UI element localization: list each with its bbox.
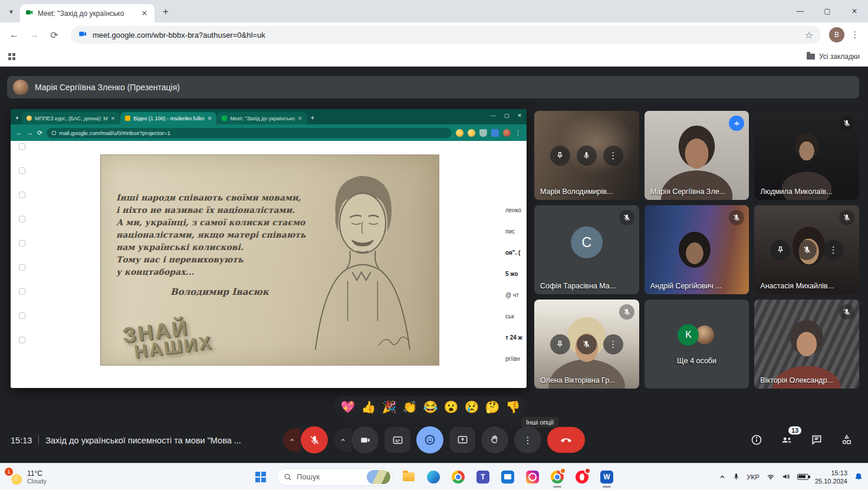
keyboard-language[interactable]: УКР: [747, 473, 760, 481]
word-icon[interactable]: W: [597, 466, 616, 488]
battery-icon[interactable]: [797, 474, 808, 480]
slide-quote: Інші народи співають своїми мовами, і ні…: [116, 192, 305, 299]
people-panel-button[interactable]: 13: [780, 433, 794, 447]
tab-title: Meet: "Захід до українсько: [38, 9, 136, 18]
volume-icon[interactable]: [782, 473, 791, 481]
chrome-active-icon[interactable]: [548, 466, 567, 488]
gmail-checkbox[interactable]: [19, 216, 25, 222]
url-text: meet.google.com/wbr-bbbx-bra?authuser=0&…: [93, 31, 800, 40]
instagram-icon[interactable]: [523, 466, 542, 488]
participant-tile[interactable]: Вікторія Олександр...: [754, 300, 859, 389]
participant-tile-active-speaker[interactable]: Марія Сергіївна Зле...: [645, 111, 749, 200]
pin-button[interactable]: [550, 334, 570, 354]
weather-widget[interactable]: 1 11°C Cloudy: [6, 469, 47, 485]
captions-button[interactable]: [384, 427, 410, 453]
camera-control: [334, 426, 379, 453]
participant-tile[interactable]: Андрій Сергійович ...: [645, 205, 749, 294]
shared-tab-title: Відео (1 100) - msdenko.fulkn: [133, 116, 204, 121]
text-fragment: ргіївн: [505, 356, 525, 362]
wifi-icon[interactable]: [766, 473, 775, 481]
raise-hand-button[interactable]: [481, 426, 508, 453]
mail-icon[interactable]: [498, 466, 517, 488]
chat-panel-button[interactable]: [810, 433, 824, 447]
mic-in-use-icon[interactable]: [732, 473, 740, 481]
edge-icon[interactable]: [424, 466, 443, 488]
chrome-icon[interactable]: [449, 466, 468, 488]
reaction-thumbsdown-button[interactable]: 👎: [505, 399, 521, 415]
participant-tile[interactable]: C Софія Тарасівна Ма...: [534, 205, 639, 294]
address-bar[interactable]: meet.google.com/wbr-bbbx-bra?authuser=0&…: [71, 26, 821, 44]
text-fragment: т 24 ж: [505, 334, 525, 341]
forward-button[interactable]: →: [26, 27, 42, 43]
pin-button[interactable]: [550, 146, 570, 166]
activities-button[interactable]: [840, 433, 854, 447]
meeting-details-button[interactable]: [749, 433, 764, 447]
camera-toggle-button[interactable]: [351, 426, 379, 453]
maximize-button[interactable]: ▢: [814, 0, 841, 22]
new-tab-button[interactable]: +: [158, 4, 173, 19]
camera-options-chevron[interactable]: [334, 428, 351, 452]
weather-condition: Cloudy: [27, 478, 47, 485]
participant-tile[interactable]: ⋮ Олена Вікторівна Гр...: [534, 300, 639, 389]
mic-button[interactable]: [577, 146, 597, 166]
more-options-button[interactable]: ⋮: [514, 426, 541, 453]
notification-bell-icon[interactable]: [854, 472, 863, 482]
gmail-checkbox[interactable]: [19, 313, 25, 319]
reaction-laugh-button[interactable]: 😂: [423, 399, 438, 415]
teams-icon[interactable]: T: [474, 466, 492, 488]
quote-line: і ніхто не називає їх націоналістами.: [116, 204, 305, 216]
gmail-checkbox[interactable]: [19, 143, 25, 150]
tray-clock[interactable]: 15:13 25.10.2024: [815, 468, 847, 485]
reaction-surprise-button[interactable]: 😮: [443, 399, 459, 415]
tab-close-button[interactable]: ✕: [140, 9, 149, 18]
tile-options-button[interactable]: ⋮: [823, 240, 843, 260]
mic-off-button[interactable]: [577, 334, 597, 354]
text-fragment: @ чт: [505, 292, 525, 298]
reaction-thumbsup-button[interactable]: 👍: [361, 399, 376, 415]
reaction-thinking-button[interactable]: 🤔: [485, 399, 500, 415]
gmail-checkbox[interactable]: [19, 264, 25, 271]
reload-button[interactable]: ⟳: [46, 27, 63, 43]
mic-off-button[interactable]: [797, 240, 817, 260]
minimize-button[interactable]: —: [787, 0, 814, 22]
apps-grid-icon[interactable]: [8, 53, 15, 60]
mic-options-chevron[interactable]: [283, 428, 301, 452]
file-explorer-icon[interactable]: [399, 466, 418, 488]
bookmark-star-icon[interactable]: ☆: [805, 29, 813, 41]
tile-options-button[interactable]: ⋮: [603, 334, 623, 354]
profile-avatar[interactable]: B: [829, 27, 844, 42]
reaction-heart-button[interactable]: 💖: [340, 399, 356, 415]
others-tile[interactable]: K Ще 4 особи: [645, 300, 749, 389]
gmail-checkbox[interactable]: [19, 192, 25, 198]
search-box[interactable]: Пошук: [277, 468, 393, 486]
mic-toggle-button[interactable]: [301, 426, 328, 453]
all-bookmarks-button[interactable]: Усі закладки: [807, 52, 860, 61]
shared-screen[interactable]: ▼ МППЕЗ курс, (БАС, денна): М ✕ Відео (1…: [11, 109, 527, 388]
gmail-checkbox[interactable]: [19, 337, 25, 343]
participant-tile[interactable]: Людмила Миколаїв...: [754, 111, 859, 200]
present-button[interactable]: [449, 427, 475, 453]
tab-search-button[interactable]: ▼: [5, 5, 18, 18]
camera-tab-icon: [78, 29, 87, 41]
end-call-button[interactable]: [547, 427, 585, 453]
back-button[interactable]: ←: [6, 27, 22, 43]
reactions-button[interactable]: [416, 426, 443, 453]
gmail-checkbox[interactable]: [19, 240, 25, 246]
participant-tile[interactable]: ⋮ Марія Володимирів...: [534, 111, 639, 200]
browser-menu-button[interactable]: ⋮: [848, 28, 862, 42]
gmail-checkbox[interactable]: [19, 167, 25, 174]
gmail-checkbox[interactable]: [19, 288, 25, 295]
reaction-cry-button[interactable]: 😢: [464, 399, 479, 415]
reactions-bar: 💖 👍 🎉 👏 😂 😮 😢 🤔 👎: [333, 396, 528, 417]
participant-name: Вікторія Олександр...: [760, 376, 833, 384]
reaction-party-button[interactable]: 🎉: [382, 399, 397, 415]
reaction-clap-button[interactable]: 👏: [402, 399, 417, 415]
start-button[interactable]: [252, 466, 271, 488]
pin-button[interactable]: [770, 240, 790, 260]
tray-overflow-chevron[interactable]: [719, 473, 726, 481]
participant-tile[interactable]: ⋮ Анастасія Михайлів...: [754, 205, 859, 294]
close-button[interactable]: ✕: [841, 0, 868, 22]
tile-options-button[interactable]: ⋮: [603, 146, 623, 166]
browser-tab[interactable]: Meet: "Захід до українсько ✕: [20, 4, 154, 22]
opera-icon[interactable]: [573, 466, 591, 488]
